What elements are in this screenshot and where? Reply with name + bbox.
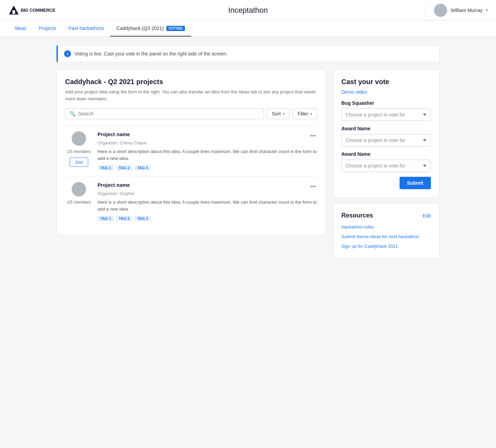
vote-category-0: Bug Squasher Choose a project to vote fo… [341,100,431,126]
search-input[interactable] [78,111,259,116]
project-tag: TAG 3 [134,216,151,221]
project-name: Project name [97,131,130,137]
search-filter-row: 🔍 Sort ▾ Filter ▾ [65,108,317,119]
project-body: Project name ••• Organizer: Gopher Here … [97,182,317,221]
app-title: Inceptathon [228,6,268,15]
panel-description: Add your project idea using the form to … [65,89,317,102]
project-card: 1/5 members Project name ••• Organizer: … [65,176,317,227]
logo: BIGCOMMERCE [8,5,55,16]
logo-icon [8,5,19,16]
resources-header: Resources Edit [341,212,431,219]
project-description: Here is a short description about this i… [97,148,317,162]
tab-caddyhack-label: Caddyhack (Q3 2021) [116,26,164,31]
vote-category-1: Award Name Choose a project to vote for [341,126,431,151]
search-icon: 🔍 [70,111,75,116]
user-menu[interactable]: William Murray ▾ [425,4,488,17]
avatar [434,4,447,17]
project-left: 1/5 members Join [65,131,93,171]
vote-select[interactable]: Choose a project to vote for [341,160,431,172]
tab-past-hackathons-label: Past hackathons [69,26,104,31]
project-name: Project name [97,182,130,188]
vote-select[interactable]: Choose a project to vote for [341,134,431,146]
info-banner-message: Voting is live. Cast your vote in the pa… [74,51,227,57]
project-tags: TAG 1TAG 2TAG 3 [97,216,317,221]
nav-tabs: Ideas Projects Past hackathons Caddyhack… [0,21,496,37]
project-header-row: Project name ••• [97,131,317,140]
project-body: Project name ••• Organizer: Chevy Chase … [97,131,317,171]
join-button[interactable]: Join [70,157,88,167]
project-tags: TAG 1TAG 2TAG 3 [97,165,317,171]
project-avatar [72,131,86,146]
logo-commerce: COMMERCE [30,8,55,13]
resource-links: Hackathon rulesSubmit theme ideas for ne… [341,224,431,250]
info-banner: i Voting is live. Cast your vote in the … [56,45,440,62]
right-panel: Cast your vote Demo video Bug Squasher C… [333,69,440,258]
resource-link[interactable]: Hackathon rules [341,224,431,230]
demo-video-link[interactable]: Demo video [341,89,431,95]
resource-link[interactable]: Sign up for Caddyhack 2021 [341,243,431,250]
category-label: Award Name [341,126,431,131]
member-count: 1/5 members [67,149,91,154]
voting-badge: VOTING [166,26,185,31]
more-options-icon[interactable]: ••• [309,182,317,191]
info-icon: i [64,50,71,57]
project-avatar [72,182,86,196]
user-name: William Murray [451,8,483,13]
project-header-row: Project name ••• [97,182,317,191]
category-label: Bug Squasher [341,100,431,106]
project-organizer: Organizer: Chevy Chase [97,140,317,145]
project-tag: TAG 1 [97,216,114,221]
sort-button[interactable]: Sort ▾ [267,108,290,119]
left-panel: Caddyhack - Q2 2021 projects Add your pr… [56,69,326,235]
logo-big: BIG [21,8,28,13]
project-tag: TAG 2 [116,165,133,171]
vote-panel: Cast your vote Demo video Bug Squasher C… [333,69,440,198]
main-content: i Voting is live. Cast your vote in the … [48,45,448,258]
sort-arrow-icon: ▾ [283,112,285,116]
app-header: BIGCOMMERCE Inceptathon William Murray ▾ [0,0,496,21]
tab-projects-label: Projects [39,26,56,31]
project-card: 1/5 members Join Project name ••• Organi… [65,125,317,176]
vote-categories: Bug Squasher Choose a project to vote fo… [341,100,431,177]
user-dropdown-arrow[interactable]: ▾ [486,8,488,12]
resources-edit-link[interactable]: Edit [423,213,431,218]
tab-caddyhack[interactable]: Caddyhack (Q3 2021) VOTING [110,21,191,37]
project-left: 1/5 members [65,182,93,221]
category-label: Award Name [341,151,431,157]
filter-arrow-icon: ▾ [310,112,312,116]
filter-label: Filter [298,111,308,116]
tab-ideas-label: Ideas [14,26,26,31]
content-row: Caddyhack - Q2 2021 projects Add your pr… [56,69,440,258]
member-count: 1/5 members [67,200,91,205]
more-options-icon[interactable]: ••• [309,131,317,140]
panel-title: Caddyhack - Q2 2021 projects [65,78,317,86]
resources-panel: Resources Edit Hackathon rulesSubmit the… [333,203,440,258]
vote-title: Cast your vote [341,78,431,86]
submit-vote-button[interactable]: Submit [400,177,431,189]
project-list: 1/5 members Join Project name ••• Organi… [65,125,317,227]
sort-label: Sort [272,111,281,116]
tab-ideas[interactable]: Ideas [8,21,32,37]
project-organizer: Organizer: Gopher [97,191,317,196]
resources-title: Resources [341,212,373,219]
project-tag: TAG 2 [116,216,133,221]
vote-category-2: Award Name Choose a project to vote for [341,151,431,177]
filter-button[interactable]: Filter ▾ [292,108,317,119]
project-tag: TAG 1 [97,165,114,171]
tab-projects[interactable]: Projects [32,21,62,37]
vote-select[interactable]: Choose a project to vote for [341,109,431,121]
project-description: Here is a short description about this i… [97,199,317,212]
project-tag: TAG 3 [134,165,151,171]
svg-rect-1 [12,10,15,14]
search-box[interactable]: 🔍 [65,108,264,119]
tab-past-hackathons[interactable]: Past hackathons [62,21,111,37]
resource-link[interactable]: Submit theme ideas for next hackathon [341,234,431,240]
